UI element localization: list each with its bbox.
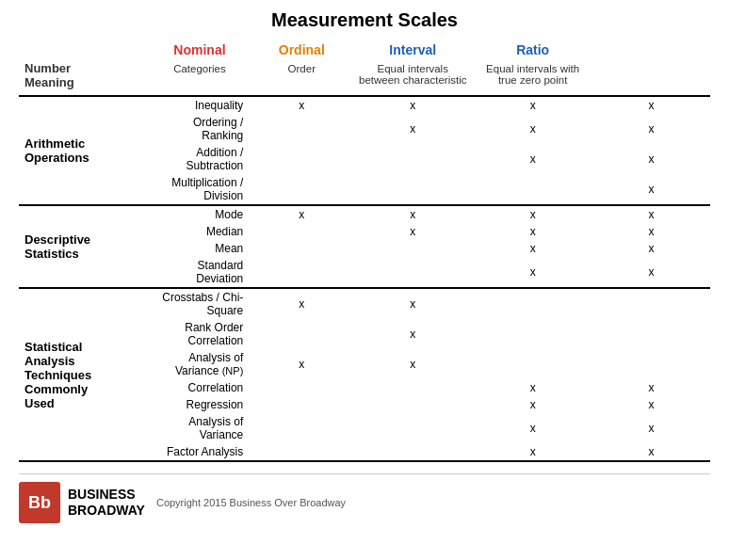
mark-ordinal: x <box>352 319 473 349</box>
mark-ratio <box>592 349 710 379</box>
mark-ordinal: x <box>352 114 473 144</box>
interval-sub: Equal intervals between characteristic <box>352 61 473 96</box>
row-label: Correlation <box>149 379 251 396</box>
logo-initials: Bb <box>28 493 51 513</box>
mark-ratio: x <box>592 257 710 288</box>
row-label: Regression <box>149 396 251 413</box>
logo-box: Bb <box>19 482 60 523</box>
mark-nominal <box>251 114 352 144</box>
row-label: Ordering / Ranking <box>149 114 251 144</box>
mark-nominal <box>251 257 352 288</box>
mark-ratio: x <box>592 96 710 114</box>
mark-interval: x <box>473 396 592 413</box>
mark-interval: x <box>473 144 592 174</box>
mark-ordinal <box>352 396 473 413</box>
mark-ordinal <box>352 174 473 205</box>
mark-ordinal <box>352 379 473 396</box>
mark-interval: x <box>473 114 592 144</box>
mark-ordinal: x <box>352 96 473 114</box>
mark-ordinal <box>352 257 473 288</box>
mark-ordinal: x <box>352 288 473 319</box>
mark-nominal <box>251 144 352 174</box>
ratio-sub: Equal intervals with true zero point <box>473 61 592 96</box>
col-ratio-header: Ratio <box>473 39 592 61</box>
row-label: Crosstabs / Chi-Square <box>149 288 251 319</box>
mark-interval: x <box>473 413 592 443</box>
mark-nominal <box>251 174 352 205</box>
mark-ordinal: x <box>352 205 473 223</box>
col-interval-header: Interval <box>352 39 473 61</box>
row-label: Rank Order Correlation <box>149 319 251 349</box>
row-label: Mode <box>149 205 251 223</box>
row-label: Analysis of Variance (NP) <box>149 349 251 379</box>
col-nominal-header: Nominal <box>149 39 251 61</box>
copyright: Copyright 2015 Business Over Broadway <box>156 497 346 508</box>
mark-interval <box>473 349 592 379</box>
section-label-descriptive-statistics: DescriptiveStatistics <box>19 205 149 288</box>
mark-ratio: x <box>592 443 710 461</box>
row-label: Mean <box>149 240 251 257</box>
section-label-arithmetic-operations: ArithmeticOperations <box>19 96 149 205</box>
mark-ordinal <box>352 240 473 257</box>
nominal-sub: Categories <box>149 61 251 96</box>
mark-interval <box>473 288 592 319</box>
mark-ordinal <box>352 144 473 174</box>
mark-interval: x <box>473 443 592 461</box>
mark-ordinal: x <box>352 223 473 240</box>
mark-interval <box>473 174 592 205</box>
row-label: Standard Deviation <box>149 257 251 288</box>
mark-nominal <box>251 413 352 443</box>
mark-ratio: x <box>592 114 710 144</box>
row-label: Multiplication / Division <box>149 174 251 205</box>
mark-nominal: x <box>251 205 352 223</box>
mark-ordinal: x <box>352 349 473 379</box>
row-label: Addition / Subtraction <box>149 144 251 174</box>
mark-ratio: x <box>592 413 710 443</box>
footer: Bb BUSINESSBROADWAY Copyright 2015 Busin… <box>19 473 710 523</box>
mark-interval: x <box>473 240 592 257</box>
mark-nominal <box>251 443 352 461</box>
mark-nominal <box>251 223 352 240</box>
mark-ratio: x <box>592 144 710 174</box>
row-label: Factor Analysis <box>149 443 251 461</box>
mark-ordinal <box>352 443 473 461</box>
mark-interval: x <box>473 96 592 114</box>
row-label: Median <box>149 223 251 240</box>
mark-ratio <box>592 319 710 349</box>
section-label-statistical-analysis: StatisticalAnalysisTechniquesCommonlyUse… <box>19 288 149 461</box>
mark-interval: x <box>473 205 592 223</box>
mark-ordinal <box>352 413 473 443</box>
mark-nominal <box>251 240 352 257</box>
brand-name: BUSINESSBROADWAY <box>68 487 145 519</box>
mark-nominal: x <box>251 96 352 114</box>
mark-ratio: x <box>592 223 710 240</box>
col-ordinal-header: Ordinal <box>251 39 352 61</box>
mark-nominal: x <box>251 349 352 379</box>
mark-ratio: x <box>592 205 710 223</box>
mark-ratio: x <box>592 396 710 413</box>
ordinal-sub: Order <box>251 61 352 96</box>
mark-ratio: x <box>592 174 710 205</box>
mark-nominal <box>251 379 352 396</box>
row-label: Inequality <box>149 96 251 114</box>
mark-interval: x <box>473 223 592 240</box>
page-title: Measurement Scales <box>19 9 710 31</box>
mark-ratio: x <box>592 240 710 257</box>
number-meaning-label: NumberMeaning <box>19 61 149 96</box>
mark-interval <box>473 319 592 349</box>
mark-interval: x <box>473 257 592 288</box>
mark-ratio: x <box>592 379 710 396</box>
mark-nominal: x <box>251 288 352 319</box>
mark-nominal <box>251 396 352 413</box>
mark-nominal <box>251 319 352 349</box>
row-label: Analysis of Variance <box>149 413 251 443</box>
mark-interval: x <box>473 379 592 396</box>
mark-ratio <box>592 288 710 319</box>
